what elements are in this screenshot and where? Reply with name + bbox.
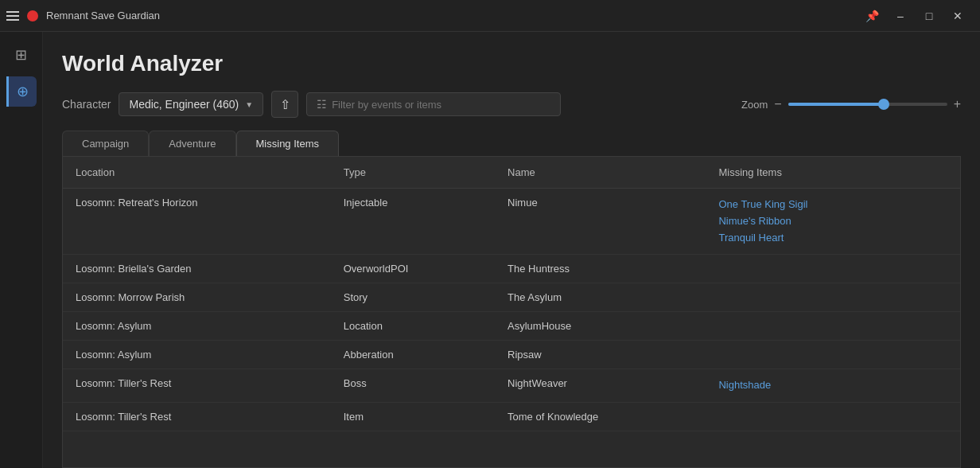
col-extra	[914, 157, 960, 189]
upload-icon: ⇧	[280, 97, 290, 112]
col-type: Type	[331, 157, 495, 189]
sidebar-item-world[interactable]: ⊕	[6, 76, 37, 107]
data-table: Location Type Name Missing Items Losomn:…	[63, 157, 960, 431]
sidebar-item-database[interactable]: ⊞	[6, 40, 37, 70]
cell-name: NightWeaver	[495, 369, 706, 403]
database-icon: ⊞	[15, 46, 27, 64]
hamburger-icon[interactable]	[6, 11, 19, 21]
window-controls: 📌 – □ ✕	[859, 5, 970, 27]
cell-name: AsylumHouse	[495, 312, 706, 341]
cell-location: Losomn: Tiller's Rest	[63, 403, 331, 431]
cell-missing-items: Nightshade	[706, 369, 913, 403]
cell-location: Losomn: Tiller's Rest	[63, 369, 331, 403]
missing-item-link[interactable]: Tranquil Heart	[718, 230, 900, 247]
upload-button[interactable]: ⇧	[271, 91, 298, 118]
table-wrapper: Location Type Name Missing Items Losomn:…	[62, 156, 961, 468]
cell-missing-items	[706, 341, 913, 369]
cell-location: Losomn: Morrow Parish	[63, 283, 331, 312]
cell-location: Losomn: Retreat's Horizon	[63, 189, 331, 255]
zoom-slider-fill	[788, 103, 884, 106]
toolbar: Character Medic, Engineer (460) ▼ ⇧ ☷ Zo…	[62, 91, 961, 118]
zoom-minus-icon[interactable]: −	[774, 97, 781, 111]
filter-input-wrapper: ☷	[306, 92, 561, 116]
tab-missing-items[interactable]: Missing Items	[236, 131, 339, 156]
cell-missing-items	[706, 403, 913, 431]
page-title: World Analyzer	[62, 51, 961, 76]
cell-name: Tome of Knowledge	[495, 403, 706, 431]
cell-type: Abberation	[331, 341, 495, 369]
title-bar-left: Remnant Save Guardian	[6, 10, 160, 21]
app-logo	[27, 10, 38, 21]
table-row: Losomn: Tiller's RestItemTome of Knowled…	[63, 403, 960, 431]
maximize-button[interactable]: □	[916, 5, 942, 27]
cell-location: Losomn: Asylum	[63, 312, 331, 341]
zoom-slider-track[interactable]	[788, 103, 947, 106]
cell-name: Ripsaw	[495, 341, 706, 369]
cell-type: OverworldPOI	[331, 255, 495, 283]
cell-location: Losomn: Asylum	[63, 341, 331, 369]
cell-name: Nimue	[495, 189, 706, 255]
main-content: World Analyzer Character Medic, Engineer…	[43, 32, 980, 468]
filter-input[interactable]	[332, 99, 550, 111]
cell-location: Losomn: Briella's Garden	[63, 255, 331, 283]
missing-item-link[interactable]: Nightshade	[718, 377, 900, 394]
cell-name: The Asylum	[495, 283, 706, 312]
minimize-button[interactable]: –	[888, 5, 913, 27]
table-header: Location Type Name Missing Items	[63, 157, 960, 189]
cell-name: The Huntress	[495, 255, 706, 283]
table-row: Losomn: AsylumLocationAsylumHouse	[63, 312, 960, 341]
filter-icon: ☷	[317, 98, 327, 111]
table-row: Losomn: Briella's GardenOverworldPOIThe …	[63, 255, 960, 283]
missing-item-link[interactable]: Nimue's Ribbon	[718, 213, 900, 230]
tab-bar: Campaign Adventure Missing Items	[62, 131, 961, 156]
zoom-plus-icon[interactable]: +	[954, 97, 961, 111]
app-name: Remnant Save Guardian	[46, 10, 160, 21]
character-value: Medic, Engineer (460)	[129, 98, 239, 111]
zoom-label: Zoom	[741, 99, 768, 111]
table-row: Losomn: Retreat's HorizonInjectableNimue…	[63, 189, 960, 255]
table-row: Losomn: Tiller's RestBossNightWeaverNigh…	[63, 369, 960, 403]
chevron-down-icon: ▼	[245, 100, 253, 109]
cell-missing-items	[706, 283, 913, 312]
table-body: Losomn: Retreat's HorizonInjectableNimue…	[63, 189, 960, 431]
col-location: Location	[63, 157, 331, 189]
cell-missing-items	[706, 312, 913, 341]
missing-item-link[interactable]: One True King Sigil	[718, 197, 900, 213]
tab-campaign[interactable]: Campaign	[62, 131, 149, 156]
title-bar: Remnant Save Guardian 📌 – □ ✕	[0, 0, 980, 32]
zoom-slider-thumb	[878, 99, 889, 110]
cell-type: Story	[331, 283, 495, 312]
col-name: Name	[495, 157, 706, 189]
character-select[interactable]: Medic, Engineer (460) ▼	[119, 92, 263, 116]
app-layout: ⊞ ⊕ World Analyzer Character Medic, Engi…	[0, 32, 980, 468]
cell-type: Item	[331, 403, 495, 431]
character-label: Character	[62, 98, 111, 111]
sidebar: ⊞ ⊕	[0, 32, 43, 468]
table-row: Losomn: AsylumAbberationRipsaw	[63, 341, 960, 369]
cell-type: Boss	[331, 369, 495, 403]
cell-type: Injectable	[331, 189, 495, 255]
col-missing: Missing Items	[706, 157, 913, 189]
table-row: Losomn: Morrow ParishStoryThe Asylum	[63, 283, 960, 312]
tab-adventure[interactable]: Adventure	[149, 131, 235, 156]
table-header-row: Location Type Name Missing Items	[63, 157, 960, 189]
close-button[interactable]: ✕	[945, 5, 970, 27]
zoom-section: Zoom − +	[741, 97, 961, 111]
cell-missing-items: One True King SigilNimue's RibbonTranqui…	[706, 189, 913, 255]
cell-missing-items	[706, 255, 913, 283]
pin-button[interactable]: 📌	[859, 5, 885, 27]
cell-type: Location	[331, 312, 495, 341]
world-icon: ⊕	[17, 83, 29, 100]
